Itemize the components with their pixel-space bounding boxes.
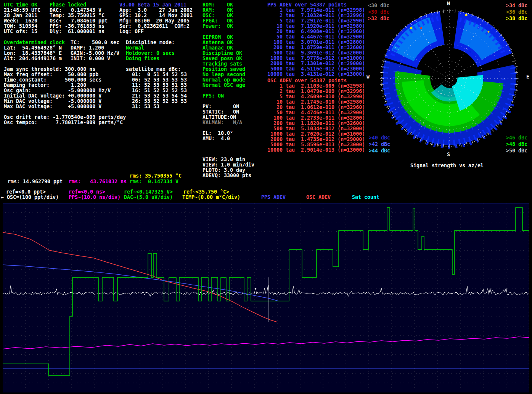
jam-params-line: Max DAC voltage: +5.000000 V — [4, 104, 111, 109]
utc-status-line: 21:48:59 UTC — [4, 8, 40, 13]
pps-adev-table-line: 100 tau 3.0701e-011 (n=32800) — [267, 40, 365, 45]
loop-params-line: GAIN:-5.000 Hz/V — [71, 51, 119, 56]
rms-pps-line: rms: 43.761032 ns — [69, 179, 127, 184]
dbc-left-top-line: >32 dBc — [368, 15, 389, 22]
pps-adev-table-line: 20 tau 6.4908e-011 (n=32960) — [267, 29, 365, 34]
dbc-right-top-line: >34 dBc — [506, 2, 527, 9]
sat-max-dbc-line: 06: 52 53 53 53 53 — [126, 77, 187, 83]
pps-adev-table-line: 10000 tau 3.4131e-012 (n=13000) — [267, 72, 365, 77]
phase-status-line: Osc↑ 7.084610 ppt — [50, 18, 108, 24]
rms-osc: rms: 14.962790 ppt — [8, 179, 63, 184]
phase-status-line: Dly: 61.000001 ns — [50, 29, 108, 34]
jam-params-line: Jam sync threshold: 300.000 ns — [4, 67, 111, 72]
gps-status-line: Normal OSC age — [203, 83, 245, 88]
phase-status-line: Temp: 35.750015 °C — [50, 13, 108, 18]
polar-caption-line: Signal strength vs az/el — [410, 163, 484, 168]
horizon-tick — [491, 129, 493, 131]
pps-adev-table-line: 5000 tau 4.5116e-012 (n=23000) — [267, 66, 365, 72]
fix-flags-line: KALMAN: N/A — [203, 120, 242, 125]
sat-max-dbc-line: 26: 53 52 52 53 53 — [126, 99, 187, 104]
rms-dac: rms: 0.147334 V — [130, 179, 178, 184]
signal-speck — [487, 31, 489, 33]
ref-temp: ref~<35.750 °C> — [183, 189, 229, 195]
compass-n: N — [447, 1, 450, 6]
sat-max-dbc-line: 31: 53 53 — [126, 104, 187, 109]
view-info-line: VIEW: 1.0 min/div — [203, 162, 254, 168]
main-plot-area[interactable] — [0, 202, 532, 394]
pps-adev-table-line: PPS ADEV over 54387 points — [267, 2, 365, 8]
scale-pps-line: PPS~(10.0 ns/div) — [69, 195, 121, 200]
dbc-right-bottom: >46 dBc>48 dBc>50 dBc — [506, 135, 527, 154]
pps-adev-table-line: 10 tau 7.1920e-011 (n=32980) — [267, 24, 365, 29]
legend-pps-adev-line: PPS ADEV — [261, 195, 286, 200]
osc-drift-line: Osc tempco: 7.780171e-009 parts/°C — [4, 120, 126, 125]
osc-adev-table-line: 10 tau 2.1745e-010 (n=32980) — [267, 99, 365, 105]
osc-adev-table-line: 20 tau 1.0612e-010 (n=32960) — [267, 105, 365, 110]
gps-status-line: Antenna OK — [203, 40, 245, 45]
dbc-left-bottom: >40 dBc>42 dBc>44 dBc — [369, 135, 390, 154]
version-info-line: GPS: 10.2 14 Nov 2001 — [119, 13, 193, 18]
ref-osc-line: ref=<0.0 ppt> — [6, 189, 46, 195]
pps-adev-table-line: 2 tau 7.1032e-011 (n=32996) — [267, 13, 365, 18]
selftest-status-line: ROM: OK — [203, 2, 233, 8]
osc-adev-table-line: 10000 tau 2.9014e-013 (n=13000) — [267, 147, 365, 153]
legend-osc-adev-line: OSC ADEV — [306, 195, 331, 200]
gps-status-line: EEPROM OK — [203, 35, 245, 40]
pps-adev-table-line: 50 tau 4.4467e-011 (n=32900) — [267, 34, 365, 40]
rms-temp-line: rms: 35.750355 °C — [130, 173, 182, 179]
legend-osc-adev: OSC ADEV — [306, 195, 331, 200]
discipline-mode-line: Normal — [126, 45, 175, 51]
osc-adev-table-line: 200 tau 1.1820e-011 (n=32600) — [267, 121, 365, 126]
jam-params-line: Osc gain: -5.000000 Hz/V — [4, 88, 111, 93]
ref-dac: ref~<0.147325 V> — [124, 189, 173, 195]
loop-params-line: DAMP: 1.200 — [71, 45, 119, 51]
compass-e: E — [526, 74, 529, 80]
fix-flags-line: STATIC: ON — [203, 109, 242, 115]
view-info-line: PLOTQ: 3.0 day — [203, 168, 254, 173]
osc-drift-line: Osc drift rate: -1.770540e-009 parts/day — [4, 115, 126, 120]
jam-params-line: Min DAC voltage: -5.000000 V — [4, 99, 111, 104]
osc-adev-table-line: 2000 tau 1.4735e-012 (n=29000) — [267, 137, 365, 142]
pps-adev-table: PPS ADEV over 54387 points 1 tau 7.9714e… — [267, 2, 365, 77]
jam-params: Jam sync threshold: 300.000 nsMax freq o… — [4, 67, 111, 109]
view-info-line: ADEVQ: 33000 pts — [203, 173, 254, 178]
dbc-left-top-line: <30 dBc — [368, 2, 389, 9]
compass-s-line: S — [447, 152, 450, 157]
rms-temp: rms: 35.750355 °C — [130, 173, 182, 179]
horizon-tick — [405, 129, 407, 131]
scale-temp-line: TEMP~(0.00 m°C/div) — [182, 195, 240, 200]
dbc-left-bottom-line: >40 dBc — [369, 135, 390, 141]
pps-adev-table-line: 5 tau 7.2917e-011 (n=32990) — [267, 18, 365, 24]
osc-adev-table-line: OSC ADEV over 54387 points — [267, 78, 365, 83]
compass-w: W — [366, 74, 370, 80]
legend-sat-count-line: Sat count — [352, 195, 379, 200]
selftest-status: ROM: OKRAM: OKOSC: OKFPGA: OKPower: OK — [203, 2, 233, 29]
osc-adev-table-line: 500 tau 5.1034e-012 (n=32000) — [267, 126, 365, 131]
ref-temp-line: ref~<35.750 °C> — [183, 189, 229, 195]
scale-dac: DAC~(5.0 uV/div) — [124, 195, 173, 200]
dbc-right-bottom-line: >50 dBc — [506, 147, 527, 154]
utc-status-line: UTC ofs: 15 — [4, 29, 40, 34]
phase-status-line: DAC: 0.147343 V — [50, 8, 108, 13]
osc-adev-table-line: 100 tau 2.2733e-011 (n=32800) — [267, 115, 365, 121]
scale-temp: TEMP~(0.00 m°C/div) — [182, 195, 240, 200]
el-amu-line: AMU: 4.0 — [203, 136, 233, 141]
pps-state-line: PPS: ON — [203, 93, 224, 99]
phase-status-line: Phase locked — [50, 2, 108, 8]
od-clock-line: Alt: 204.46449176 m — [4, 56, 65, 61]
utc-status-line: Week: 1620 — [4, 18, 40, 24]
sat-max-dbc-line: satellite max dBc: — [126, 67, 187, 72]
scale-osc: ← OSC=(100 ppt/div) — [1, 195, 59, 200]
horizon-tick — [513, 61, 516, 62]
version-info-line: Ser: 0.82362611 COM:2 — [119, 24, 193, 29]
dbc-right-top-line: >36 dBc — [506, 9, 527, 15]
osc-adev-table: OSC ADEV over 54387 points 1 tau 2.1103e… — [267, 78, 365, 153]
gps-status-line: Discipline OK — [203, 51, 245, 56]
legend-sat-count: Sat count — [352, 195, 379, 200]
fix-flags-line: PV: ON — [203, 104, 242, 109]
discipline-mode-line: Holdover: 0 secs — [126, 51, 175, 56]
sat-max-dbc-line: 01: 0 51 54 52 53 — [126, 72, 187, 77]
dbc-left-top-line: >30 dBc — [368, 9, 389, 15]
polar-caption: Signal strength vs az/el — [410, 163, 484, 168]
view-info: VIEW: 23.0 minVIEW: 1.0 min/divPLOTQ: 3.… — [203, 157, 254, 178]
